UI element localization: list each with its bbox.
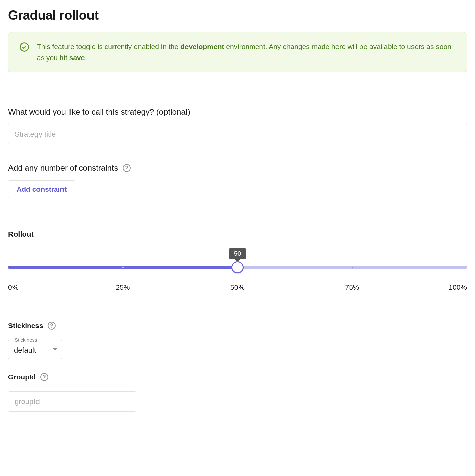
svg-point-4	[51, 327, 52, 328]
add-constraint-button[interactable]: Add constraint	[8, 180, 75, 198]
page-title: Gradual rollout	[8, 8, 467, 23]
slider-label-25: 25%	[116, 283, 130, 291]
environment-alert: This feature toggle is currently enabled…	[8, 32, 467, 72]
help-icon[interactable]	[40, 373, 49, 381]
svg-point-2	[126, 170, 127, 170]
alert-text: This feature toggle is currently enabled…	[37, 41, 456, 63]
strategy-name-label: What would you like to call this strateg…	[8, 107, 467, 117]
stickiness-label: Stickiness	[8, 322, 43, 330]
groupid-label: GroupId	[8, 373, 36, 381]
slider-tick	[352, 267, 353, 268]
slider-label-100: 100%	[449, 283, 467, 291]
strategy-title-input[interactable]	[8, 124, 467, 144]
rollout-slider[interactable]: 50	[8, 250, 467, 281]
rollout-section: Rollout 50 0% 25% 50% 75% 100%	[8, 215, 467, 308]
check-circle-icon	[19, 42, 29, 52]
svg-point-6	[44, 379, 44, 379]
slider-labels: 0% 25% 50% 75% 100%	[8, 283, 467, 293]
slider-label-75: 75%	[345, 283, 359, 291]
stickiness-value: default	[14, 346, 36, 354]
stickiness-legend: Stickiness	[12, 337, 40, 343]
stickiness-section: Stickiness Stickiness default	[8, 321, 467, 359]
slider-label-0: 0%	[8, 283, 18, 291]
groupid-input[interactable]	[8, 391, 136, 412]
slider-tooltip: 50	[229, 248, 246, 259]
constraints-label: Add any number of constraints	[8, 163, 118, 173]
help-icon[interactable]	[47, 321, 56, 330]
constraints-section: Add any number of constraints Add constr…	[8, 163, 467, 215]
slider-thumb[interactable]	[231, 261, 244, 273]
slider-label-50: 50%	[230, 283, 245, 291]
chevron-down-icon	[52, 348, 58, 351]
strategy-name-section: What would you like to call this strateg…	[8, 91, 467, 144]
help-icon[interactable]	[122, 164, 131, 172]
stickiness-select[interactable]: Stickiness default	[8, 340, 62, 359]
slider-tick	[122, 267, 124, 268]
groupid-section: GroupId	[8, 373, 467, 412]
rollout-label: Rollout	[8, 230, 467, 239]
